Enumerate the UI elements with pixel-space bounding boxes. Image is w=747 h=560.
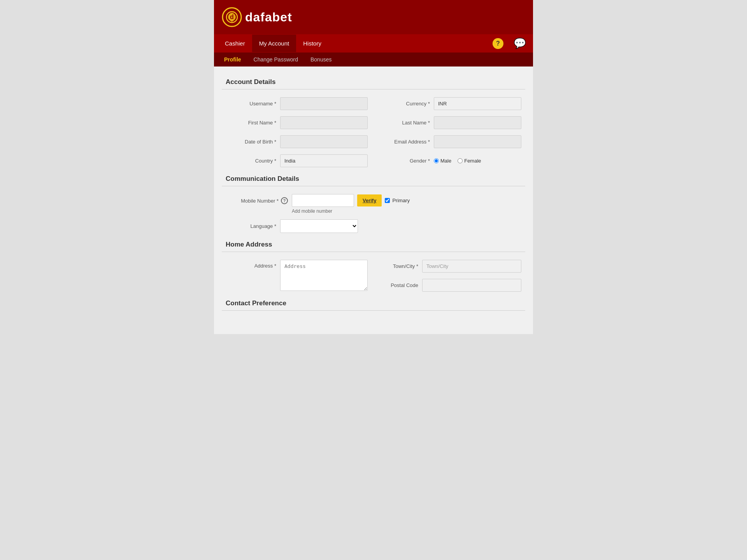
primary-label: Primary	[392, 198, 410, 203]
dob-label: Date of Birth *	[226, 139, 276, 145]
mobile-label-col: Mobile Number * ?	[226, 194, 288, 204]
country-row: Country *	[226, 154, 368, 167]
mobile-row: Mobile Number * ? Verify Primary Add	[222, 194, 525, 214]
country-input[interactable]	[280, 154, 368, 167]
nav-primary: Cashier My Account History ? 💬	[214, 34, 533, 52]
communication-divider	[222, 186, 525, 186]
primary-checkbox-row: Primary	[385, 198, 410, 203]
account-form-grid: Username * Currency * First Name *	[222, 97, 525, 167]
town-row: Town/City *	[379, 260, 521, 273]
username-input[interactable]	[280, 97, 368, 110]
home-address-section: Home Address Address * Town/Ci	[222, 241, 525, 292]
mobile-input[interactable]	[292, 194, 354, 207]
username-row: Username *	[226, 97, 368, 110]
home-address-title: Home Address	[222, 241, 525, 248]
last-name-input[interactable]	[434, 116, 521, 129]
address-grid: Address * Town/City * Postal	[222, 260, 525, 292]
home-address-divider	[222, 252, 525, 252]
email-row: Email Address *	[379, 135, 521, 148]
last-name-row: Last Name *	[379, 116, 521, 129]
town-input[interactable]	[422, 260, 521, 273]
subnav-change-password[interactable]: Change Password	[247, 52, 304, 66]
mobile-info-icon[interactable]: ?	[281, 197, 288, 204]
address-left-col: Address *	[226, 260, 368, 292]
postal-label: Postal Code	[379, 282, 418, 288]
svg-text:d: d	[230, 14, 234, 20]
gender-female-text: Female	[464, 158, 481, 164]
email-input[interactable]	[434, 135, 521, 148]
address-right-col: Town/City * Postal Code	[379, 260, 521, 292]
first-name-label: First Name *	[226, 120, 276, 126]
verify-button[interactable]: Verify	[357, 194, 382, 206]
help-icon: ?	[493, 38, 503, 49]
account-details-section: Account Details Username * Currency *	[222, 78, 525, 167]
gender-female-label[interactable]: Female	[458, 158, 481, 164]
language-row: Language *	[222, 219, 525, 233]
nav-secondary: Profile Change Password Bonuses	[214, 52, 533, 66]
last-name-label: Last Name *	[379, 120, 430, 126]
gender-options: Male Female	[434, 158, 481, 164]
currency-row: Currency *	[379, 97, 521, 110]
subnav-bonuses[interactable]: Bonuses	[304, 52, 338, 66]
gender-row: Gender * Male Female	[379, 154, 521, 167]
dob-row: Date of Birth *	[226, 135, 368, 148]
gender-male-radio[interactable]	[434, 158, 439, 163]
gender-female-radio[interactable]	[458, 158, 463, 163]
contact-preference-divider	[222, 310, 525, 311]
account-details-title: Account Details	[222, 78, 525, 86]
address-label: Address *	[226, 260, 276, 269]
currency-input[interactable]	[434, 97, 521, 110]
gender-male-label[interactable]: Male	[434, 158, 451, 164]
primary-checkbox[interactable]	[385, 198, 390, 203]
nav-history[interactable]: History	[296, 35, 328, 52]
nav-primary-right: ? 💬	[489, 34, 529, 52]
header-wrapper: d dafabet Cashier My Account History ? 💬	[214, 0, 533, 334]
email-label: Email Address *	[379, 139, 430, 145]
address-textarea[interactable]	[280, 260, 368, 291]
content-area: Account Details Username * Currency *	[214, 66, 533, 334]
subnav-profile[interactable]: Profile	[218, 52, 247, 66]
language-label: Language *	[226, 223, 276, 229]
chat-button[interactable]: 💬	[510, 34, 529, 52]
help-button[interactable]: ?	[489, 35, 507, 52]
language-select[interactable]	[280, 219, 358, 233]
contact-preference-title: Contact Preference	[222, 299, 525, 307]
first-name-row: First Name *	[226, 116, 368, 129]
mobile-input-col: Verify Primary Add mobile number	[292, 194, 410, 214]
address-form-row: Address *	[226, 260, 368, 291]
page-background: d dafabet Cashier My Account History ? 💬	[0, 0, 747, 560]
chat-icon: 💬	[514, 37, 526, 49]
nav-my-account[interactable]: My Account	[252, 35, 296, 52]
contact-preference-section: Contact Preference	[222, 299, 525, 311]
nav-primary-left: Cashier My Account History	[218, 35, 328, 52]
add-mobile-hint: Add mobile number	[292, 208, 410, 214]
nav-cashier[interactable]: Cashier	[218, 35, 252, 52]
mobile-input-row: Verify Primary	[292, 194, 410, 207]
communication-section: Communication Details Mobile Number * ? …	[222, 175, 525, 233]
gender-male-text: Male	[440, 158, 451, 164]
postal-input[interactable]	[422, 279, 521, 292]
brand-name: dafabet	[245, 10, 292, 24]
gender-label: Gender *	[379, 158, 430, 164]
header-top: d dafabet	[214, 0, 533, 34]
mobile-label: Mobile Number *	[228, 198, 279, 204]
dob-input[interactable]	[280, 135, 368, 148]
postal-row: Postal Code	[379, 279, 521, 292]
dafabet-logo-icon: d	[222, 7, 242, 27]
logo-area: d dafabet	[222, 7, 292, 27]
first-name-input[interactable]	[280, 116, 368, 129]
username-label: Username *	[226, 101, 276, 107]
currency-label: Currency *	[379, 101, 430, 107]
town-label: Town/City *	[379, 263, 418, 269]
country-label: Country *	[226, 158, 276, 164]
communication-title: Communication Details	[222, 175, 525, 183]
account-divider	[222, 89, 525, 89]
